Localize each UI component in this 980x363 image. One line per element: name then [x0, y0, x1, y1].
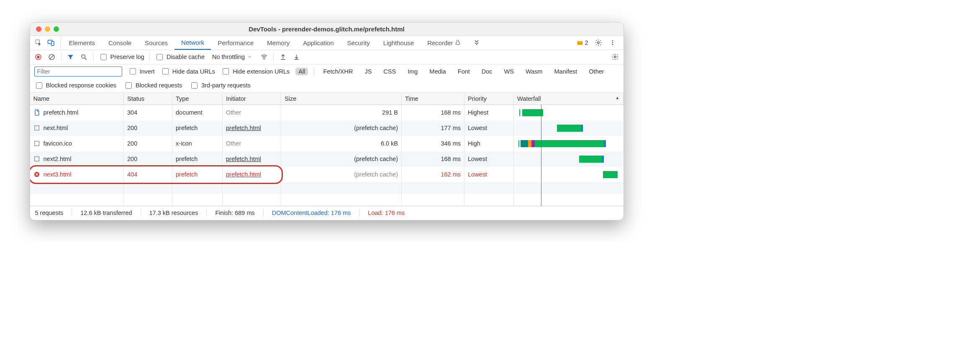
svg-point-14 — [264, 59, 264, 60]
initiator-link[interactable]: prefetch.html — [226, 156, 261, 162]
col-time[interactable]: Time — [402, 93, 464, 105]
tab-elements[interactable]: Elements — [62, 36, 102, 50]
tab-network[interactable]: Network — [174, 36, 211, 50]
blank-icon — [33, 156, 40, 162]
window-controls — [36, 26, 59, 32]
minimize-icon[interactable] — [45, 26, 50, 32]
table-row — [30, 182, 623, 194]
gear-icon[interactable] — [594, 38, 603, 47]
initiator-text: Other — [226, 109, 241, 116]
chip-all[interactable]: All — [295, 68, 308, 75]
table-row — [30, 194, 623, 206]
svg-point-4 — [597, 42, 599, 44]
tab-recorder[interactable]: Recorder — [421, 36, 467, 50]
request-status: 200 — [124, 120, 172, 136]
chevron-down-icon — [247, 54, 252, 59]
table-row[interactable]: next.html200prefetchprefetch.html(prefet… — [30, 120, 623, 136]
blocked-requests-checkbox[interactable]: Blocked requests — [124, 81, 182, 90]
request-status: 404 — [124, 167, 172, 182]
chip-wasm[interactable]: Wasm — [523, 68, 546, 75]
network-settings-icon[interactable] — [611, 53, 619, 61]
chip-other[interactable]: Other — [586, 68, 607, 75]
more-tabs-icon[interactable] — [472, 38, 481, 47]
chip-manifest[interactable]: Manifest — [552, 68, 580, 75]
request-time: 168 ms — [402, 105, 464, 120]
request-size: (prefetch cache) — [281, 167, 402, 182]
request-size: (prefetch cache) — [281, 151, 402, 167]
chip-js[interactable]: JS — [362, 68, 375, 75]
import-icon[interactable] — [279, 53, 287, 61]
col-name[interactable]: Name — [30, 93, 124, 105]
blank-icon — [33, 140, 40, 147]
table-row[interactable]: favicon.ico200x-iconOther6.0 kB346 msHig… — [30, 136, 623, 151]
filter-icon[interactable] — [67, 53, 75, 61]
chip-ws[interactable]: WS — [501, 68, 517, 75]
network-table: Name Status Type Initiator Size Time Pri… — [30, 93, 623, 206]
tab-sources[interactable]: Sources — [138, 36, 174, 50]
inspect-icon[interactable] — [34, 38, 43, 47]
tab-console[interactable]: Console — [102, 36, 138, 50]
chip-fetch-xhr[interactable]: Fetch/XHR — [320, 68, 356, 75]
waterfall-cell — [514, 136, 623, 151]
request-size: 6.0 kB — [281, 136, 402, 151]
footer-transferred: 12.6 kB transferred — [80, 210, 132, 216]
doc-icon — [33, 109, 40, 116]
hide-extension-urls-checkbox[interactable]: Hide extension URLs — [221, 67, 290, 76]
request-status: 304 — [124, 105, 172, 120]
table-row[interactable]: next3.html404prefetchprefetch.html(prefe… — [30, 167, 623, 182]
network-toolbar: Preserve log Disable cache No throttling — [30, 50, 623, 64]
request-type: prefetch — [172, 167, 223, 182]
footer-requests: 5 requests — [35, 210, 64, 216]
waterfall-cell — [514, 120, 623, 136]
col-type[interactable]: Type — [172, 93, 223, 105]
svg-point-12 — [82, 54, 85, 58]
preserve-log-checkbox[interactable]: Preserve log — [99, 53, 144, 61]
col-waterfall[interactable]: Waterfall▲ — [514, 93, 623, 105]
blocked-cookies-checkbox[interactable]: Blocked response cookies — [34, 81, 116, 90]
search-icon[interactable] — [80, 53, 88, 61]
col-status[interactable]: Status — [124, 93, 172, 105]
hide-data-urls-checkbox[interactable]: Hide data URLs — [161, 67, 215, 76]
third-party-checkbox[interactable]: 3rd-party requests — [190, 81, 251, 90]
clear-icon[interactable] — [48, 53, 56, 61]
table-row[interactable]: prefetch.html304documentOther291 B168 ms… — [30, 105, 623, 120]
request-priority: Lowest — [464, 120, 514, 136]
tab-lighthouse[interactable]: Lighthouse — [377, 36, 421, 50]
disable-cache-checkbox[interactable]: Disable cache — [155, 53, 205, 61]
initiator-text: Other — [226, 140, 241, 147]
close-icon[interactable] — [36, 26, 41, 32]
tab-application[interactable]: Application — [296, 36, 340, 50]
record-icon[interactable] — [34, 53, 43, 61]
network-conditions-icon[interactable] — [260, 53, 268, 61]
export-icon[interactable] — [292, 53, 300, 61]
request-priority: High — [464, 136, 514, 151]
filter-input[interactable] — [34, 66, 122, 77]
initiator-link[interactable]: prefetch.html — [226, 171, 261, 178]
table-header: Name Status Type Initiator Size Time Pri… — [30, 93, 623, 105]
tab-memory[interactable]: Memory — [260, 36, 296, 50]
warnings-badge[interactable]: 2 — [577, 39, 588, 46]
chip-img[interactable]: Img — [405, 68, 421, 75]
svg-point-6 — [612, 42, 613, 43]
waterfall-marker-line — [541, 105, 541, 206]
table-row[interactable]: next2.html200prefetchprefetch.html(prefe… — [30, 151, 623, 167]
chip-css[interactable]: CSS — [380, 68, 399, 75]
device-toggle-icon[interactable] — [47, 38, 55, 47]
network-table-wrap: Name Status Type Initiator Size Time Pri… — [30, 93, 623, 206]
col-size[interactable]: Size — [281, 93, 402, 105]
invert-checkbox[interactable]: Invert — [128, 67, 155, 76]
chip-doc[interactable]: Doc — [479, 68, 495, 75]
chip-media[interactable]: Media — [426, 68, 449, 75]
initiator-link[interactable]: prefetch.html — [226, 125, 261, 131]
chip-font[interactable]: Font — [455, 68, 473, 75]
kebab-icon[interactable] — [608, 38, 617, 47]
tab-security[interactable]: Security — [341, 36, 377, 50]
col-initiator[interactable]: Initiator — [223, 93, 281, 105]
request-priority: Lowest — [464, 167, 514, 182]
zoom-icon[interactable] — [54, 26, 59, 32]
col-priority[interactable]: Priority — [464, 93, 514, 105]
request-status: 200 — [124, 136, 172, 151]
tab-performance[interactable]: Performance — [211, 36, 260, 50]
request-time: 168 ms — [402, 151, 464, 167]
throttling-select[interactable]: No throttling — [210, 54, 255, 60]
